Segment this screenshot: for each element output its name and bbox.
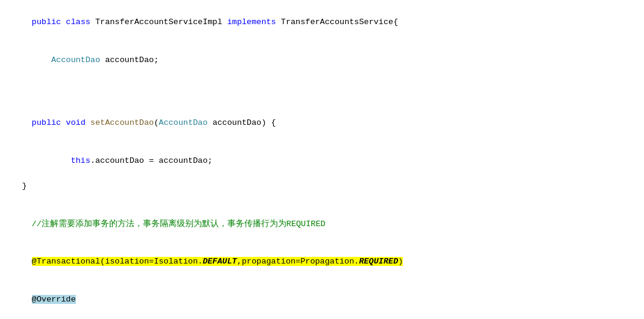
code-line-5: public void setAccountDao(AccountDao acc… <box>0 104 644 142</box>
indent-1 <box>32 55 51 65</box>
code-editor: public class TransferAccountServiceImpl … <box>0 0 644 319</box>
interface-name: TransferAccountsService{ <box>281 17 398 27</box>
code-line-2: AccountDao accountDao; <box>0 42 644 80</box>
code-line-6: this.accountDao = accountDao; <box>0 142 644 180</box>
keyword-implements: implements <box>227 17 281 27</box>
annotation-transactional-1: @Transactional(isolation=Isolation.DEFAU… <box>32 257 403 266</box>
code-line-9: //注解需要添加事务的方法，事务隔离级别为默认，事务传播行为为REQUIRED <box>0 206 644 244</box>
code-line-4 <box>0 92 644 104</box>
code-line-7: } <box>0 180 644 193</box>
code-line-8 <box>0 193 644 206</box>
code-line-10: @Transactional(isolation=Isolation.DEFAU… <box>0 244 644 282</box>
type-accountdao: AccountDao <box>51 55 100 65</box>
comment-line9: //注解需要添加事务的方法，事务隔离级别为默认，事务传播行为为REQUIRED <box>32 220 326 229</box>
code-line-1: public class TransferAccountServiceImpl … <box>0 4 644 42</box>
keyword-class: class <box>66 17 95 27</box>
class-name: TransferAccountServiceImpl <box>95 17 227 27</box>
code-line-3 <box>0 80 644 92</box>
keyword-public: public <box>32 17 66 27</box>
annotation-override-1: @Override <box>32 295 76 304</box>
code-line-11: @Override <box>0 281 644 319</box>
